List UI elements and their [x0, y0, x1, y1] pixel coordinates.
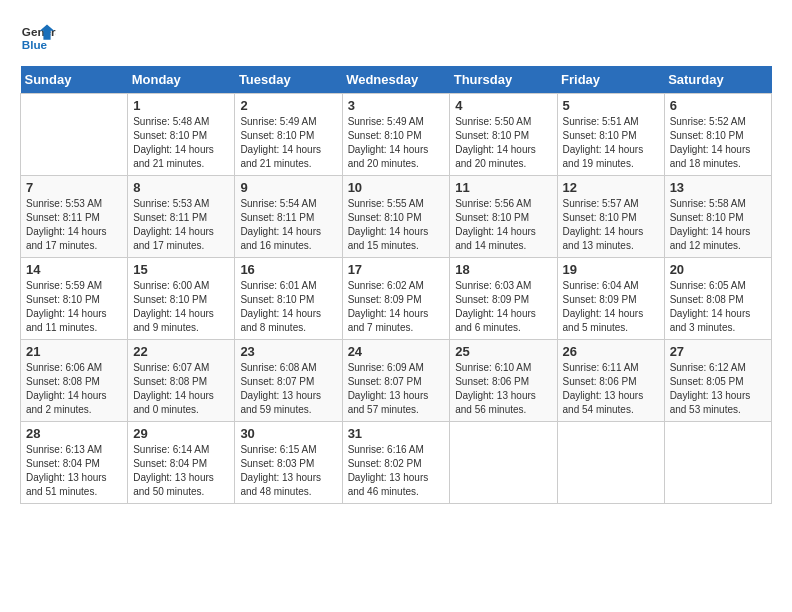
calendar-cell: 18Sunrise: 6:03 AM Sunset: 8:09 PM Dayli… [450, 258, 557, 340]
day-number: 16 [240, 262, 336, 277]
calendar-cell: 5Sunrise: 5:51 AM Sunset: 8:10 PM Daylig… [557, 94, 664, 176]
column-header-monday: Monday [128, 66, 235, 94]
day-number: 5 [563, 98, 659, 113]
day-info: Sunrise: 6:03 AM Sunset: 8:09 PM Dayligh… [455, 279, 551, 335]
day-number: 23 [240, 344, 336, 359]
column-header-tuesday: Tuesday [235, 66, 342, 94]
day-number: 3 [348, 98, 445, 113]
logo-icon: General Blue [20, 20, 56, 56]
day-info: Sunrise: 6:08 AM Sunset: 8:07 PM Dayligh… [240, 361, 336, 417]
calendar-cell: 23Sunrise: 6:08 AM Sunset: 8:07 PM Dayli… [235, 340, 342, 422]
calendar-cell [557, 422, 664, 504]
day-number: 19 [563, 262, 659, 277]
day-info: Sunrise: 5:48 AM Sunset: 8:10 PM Dayligh… [133, 115, 229, 171]
calendar-cell: 15Sunrise: 6:00 AM Sunset: 8:10 PM Dayli… [128, 258, 235, 340]
calendar-cell: 31Sunrise: 6:16 AM Sunset: 8:02 PM Dayli… [342, 422, 450, 504]
day-info: Sunrise: 5:51 AM Sunset: 8:10 PM Dayligh… [563, 115, 659, 171]
day-info: Sunrise: 5:54 AM Sunset: 8:11 PM Dayligh… [240, 197, 336, 253]
calendar-cell: 6Sunrise: 5:52 AM Sunset: 8:10 PM Daylig… [664, 94, 771, 176]
day-info: Sunrise: 6:14 AM Sunset: 8:04 PM Dayligh… [133, 443, 229, 499]
day-number: 6 [670, 98, 766, 113]
day-info: Sunrise: 6:10 AM Sunset: 8:06 PM Dayligh… [455, 361, 551, 417]
column-header-sunday: Sunday [21, 66, 128, 94]
calendar-cell: 27Sunrise: 6:12 AM Sunset: 8:05 PM Dayli… [664, 340, 771, 422]
calendar-cell: 25Sunrise: 6:10 AM Sunset: 8:06 PM Dayli… [450, 340, 557, 422]
calendar-cell [450, 422, 557, 504]
day-info: Sunrise: 6:13 AM Sunset: 8:04 PM Dayligh… [26, 443, 122, 499]
calendar-cell: 26Sunrise: 6:11 AM Sunset: 8:06 PM Dayli… [557, 340, 664, 422]
calendar-cell: 20Sunrise: 6:05 AM Sunset: 8:08 PM Dayli… [664, 258, 771, 340]
day-info: Sunrise: 6:07 AM Sunset: 8:08 PM Dayligh… [133, 361, 229, 417]
calendar-cell [21, 94, 128, 176]
calendar-body: 1Sunrise: 5:48 AM Sunset: 8:10 PM Daylig… [21, 94, 772, 504]
calendar-cell: 22Sunrise: 6:07 AM Sunset: 8:08 PM Dayli… [128, 340, 235, 422]
day-info: Sunrise: 6:06 AM Sunset: 8:08 PM Dayligh… [26, 361, 122, 417]
day-info: Sunrise: 5:49 AM Sunset: 8:10 PM Dayligh… [348, 115, 445, 171]
day-number: 20 [670, 262, 766, 277]
day-info: Sunrise: 6:00 AM Sunset: 8:10 PM Dayligh… [133, 279, 229, 335]
day-info: Sunrise: 5:57 AM Sunset: 8:10 PM Dayligh… [563, 197, 659, 253]
calendar-cell: 8Sunrise: 5:53 AM Sunset: 8:11 PM Daylig… [128, 176, 235, 258]
day-number: 31 [348, 426, 445, 441]
calendar-cell: 30Sunrise: 6:15 AM Sunset: 8:03 PM Dayli… [235, 422, 342, 504]
day-info: Sunrise: 6:04 AM Sunset: 8:09 PM Dayligh… [563, 279, 659, 335]
day-number: 8 [133, 180, 229, 195]
calendar-cell: 3Sunrise: 5:49 AM Sunset: 8:10 PM Daylig… [342, 94, 450, 176]
day-number: 17 [348, 262, 445, 277]
day-number: 25 [455, 344, 551, 359]
day-number: 7 [26, 180, 122, 195]
day-number: 22 [133, 344, 229, 359]
calendar-week-row: 1Sunrise: 5:48 AM Sunset: 8:10 PM Daylig… [21, 94, 772, 176]
day-info: Sunrise: 6:05 AM Sunset: 8:08 PM Dayligh… [670, 279, 766, 335]
day-number: 1 [133, 98, 229, 113]
calendar-table: SundayMondayTuesdayWednesdayThursdayFrid… [20, 66, 772, 504]
calendar-cell: 13Sunrise: 5:58 AM Sunset: 8:10 PM Dayli… [664, 176, 771, 258]
column-header-friday: Friday [557, 66, 664, 94]
calendar-cell: 28Sunrise: 6:13 AM Sunset: 8:04 PM Dayli… [21, 422, 128, 504]
calendar-cell: 11Sunrise: 5:56 AM Sunset: 8:10 PM Dayli… [450, 176, 557, 258]
day-number: 26 [563, 344, 659, 359]
day-info: Sunrise: 5:50 AM Sunset: 8:10 PM Dayligh… [455, 115, 551, 171]
day-number: 11 [455, 180, 551, 195]
day-number: 21 [26, 344, 122, 359]
day-number: 14 [26, 262, 122, 277]
calendar-cell: 17Sunrise: 6:02 AM Sunset: 8:09 PM Dayli… [342, 258, 450, 340]
day-info: Sunrise: 6:09 AM Sunset: 8:07 PM Dayligh… [348, 361, 445, 417]
column-header-saturday: Saturday [664, 66, 771, 94]
svg-text:General: General [22, 25, 56, 38]
day-info: Sunrise: 6:16 AM Sunset: 8:02 PM Dayligh… [348, 443, 445, 499]
day-info: Sunrise: 5:49 AM Sunset: 8:10 PM Dayligh… [240, 115, 336, 171]
day-info: Sunrise: 6:02 AM Sunset: 8:09 PM Dayligh… [348, 279, 445, 335]
day-number: 10 [348, 180, 445, 195]
calendar-cell: 2Sunrise: 5:49 AM Sunset: 8:10 PM Daylig… [235, 94, 342, 176]
calendar-cell: 21Sunrise: 6:06 AM Sunset: 8:08 PM Dayli… [21, 340, 128, 422]
column-header-thursday: Thursday [450, 66, 557, 94]
column-header-wednesday: Wednesday [342, 66, 450, 94]
calendar-header-row: SundayMondayTuesdayWednesdayThursdayFrid… [21, 66, 772, 94]
calendar-cell: 16Sunrise: 6:01 AM Sunset: 8:10 PM Dayli… [235, 258, 342, 340]
calendar-week-row: 21Sunrise: 6:06 AM Sunset: 8:08 PM Dayli… [21, 340, 772, 422]
day-number: 13 [670, 180, 766, 195]
day-info: Sunrise: 6:15 AM Sunset: 8:03 PM Dayligh… [240, 443, 336, 499]
day-info: Sunrise: 5:58 AM Sunset: 8:10 PM Dayligh… [670, 197, 766, 253]
day-info: Sunrise: 5:56 AM Sunset: 8:10 PM Dayligh… [455, 197, 551, 253]
day-number: 27 [670, 344, 766, 359]
day-info: Sunrise: 5:52 AM Sunset: 8:10 PM Dayligh… [670, 115, 766, 171]
calendar-week-row: 7Sunrise: 5:53 AM Sunset: 8:11 PM Daylig… [21, 176, 772, 258]
day-info: Sunrise: 5:53 AM Sunset: 8:11 PM Dayligh… [133, 197, 229, 253]
day-info: Sunrise: 6:01 AM Sunset: 8:10 PM Dayligh… [240, 279, 336, 335]
day-number: 29 [133, 426, 229, 441]
calendar-cell: 10Sunrise: 5:55 AM Sunset: 8:10 PM Dayli… [342, 176, 450, 258]
day-number: 28 [26, 426, 122, 441]
day-info: Sunrise: 5:59 AM Sunset: 8:10 PM Dayligh… [26, 279, 122, 335]
day-number: 15 [133, 262, 229, 277]
day-number: 12 [563, 180, 659, 195]
day-info: Sunrise: 6:12 AM Sunset: 8:05 PM Dayligh… [670, 361, 766, 417]
calendar-cell: 7Sunrise: 5:53 AM Sunset: 8:11 PM Daylig… [21, 176, 128, 258]
calendar-cell [664, 422, 771, 504]
day-info: Sunrise: 6:11 AM Sunset: 8:06 PM Dayligh… [563, 361, 659, 417]
day-number: 18 [455, 262, 551, 277]
day-number: 2 [240, 98, 336, 113]
day-info: Sunrise: 5:55 AM Sunset: 8:10 PM Dayligh… [348, 197, 445, 253]
day-info: Sunrise: 5:53 AM Sunset: 8:11 PM Dayligh… [26, 197, 122, 253]
